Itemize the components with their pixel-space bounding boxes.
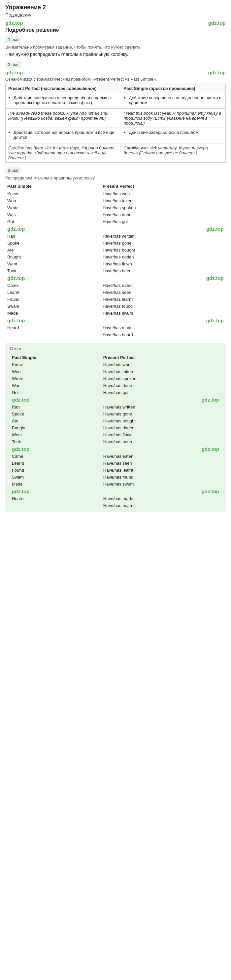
answer-verb-row: SpokeHave/has gone xyxy=(10,410,221,417)
step3-pp-cell: Have/has gone xyxy=(101,240,226,247)
step3-pp-cell: Have/has ridden xyxy=(101,253,226,261)
step3-pp-cell: Have/has done xyxy=(101,211,226,218)
answer-pp-cell: Have/has gone xyxy=(101,410,221,417)
answer-ps-cell: Ate xyxy=(10,417,101,425)
grammar-col1-header: Present Perfect (настоящее совершённое) xyxy=(6,84,121,93)
answer-pp-cell: Have/has been xyxy=(101,438,221,445)
example2-ru: Caroline was sick yesterday. Кэролин вче… xyxy=(121,143,225,162)
step3-ps-cell: Found xyxy=(5,296,101,303)
step3-pp-cell: Have/has been xyxy=(101,267,226,274)
watermark-step2-2: gdz.top xyxy=(208,70,226,75)
answer-ps-cell: Came xyxy=(10,453,101,460)
step3-ps-cell: Got xyxy=(5,218,101,225)
step3-verb-row: GotHave/has got xyxy=(5,218,226,225)
answer-verb-row: WonHave/has taken xyxy=(10,368,221,375)
step3-verb-row: Have/has heard xyxy=(5,331,226,338)
step3-verb-row: TookHave/has been xyxy=(5,267,226,274)
watermark-answer-left: gdz.top xyxy=(12,488,29,494)
answer-verb-table: Past Simple Present Perfect KnewHave/has… xyxy=(10,354,221,509)
answer-ps-cell: Got xyxy=(10,389,101,396)
answer-ps-cell: Took xyxy=(10,438,101,445)
step3-pp-cell: Have/has learnt xyxy=(101,296,226,303)
solution-header: Подробное решение xyxy=(5,27,226,33)
watermark-row-answer: gdz.topgdz.top xyxy=(10,445,221,453)
answer-verb-row: LearntHave/has seen xyxy=(10,460,221,467)
step-1-section: 1 шаг Внимательно прочитаем задание, что… xyxy=(5,37,226,57)
answer-pp-cell: Have/has got xyxy=(101,389,221,396)
exercise-title: Упражнение 2 xyxy=(5,4,226,11)
step3-pp-cell: Have/has won xyxy=(101,190,226,198)
answer-verb-row: WroteHave/has spoken xyxy=(10,375,221,382)
watermark-row-answer: gdz.topgdz.top xyxy=(10,396,221,404)
watermark-verb-right: gdz.top xyxy=(206,275,224,281)
step3-verb-row: WentHave/has flown xyxy=(5,261,226,267)
step3-pp-cell: Have/has seen xyxy=(101,289,226,296)
answer-pp-cell: Have/has learnt xyxy=(101,467,221,474)
step3-verb-row: FoundHave/has learnt xyxy=(5,296,226,303)
grammar-col2-item2: Действие завершилось в прошлом xyxy=(121,128,225,143)
answer-verb-row: WasHave/has done xyxy=(10,382,221,389)
step-1-badge: 1 шаг xyxy=(5,37,21,43)
grammar-col1-item1: Действие совершено в неопределённое врем… xyxy=(6,93,121,109)
step3-pp-cell: Have/has flown xyxy=(101,261,226,267)
step3-verb-row: WasHave/has done xyxy=(5,211,226,218)
answer-ps-cell: Was xyxy=(10,382,101,389)
example1-en: I've already read these books. Я уже про… xyxy=(6,109,121,128)
watermark-verb-right: gdz.top xyxy=(206,226,224,232)
grammar-row-example1: I've already read these books. Я уже про… xyxy=(6,109,226,128)
answer-ps-cell: Swam xyxy=(10,474,101,480)
step3-ps-cell: Spoke xyxy=(5,240,101,247)
answer-verb-row: HeardHave/has made xyxy=(10,495,221,502)
answer-ps-cell: Bought xyxy=(10,425,101,431)
step3-ps-cell: Wrote xyxy=(5,204,101,211)
answer-verb-row: FoundHave/has learnt xyxy=(10,467,221,474)
step3-verb-row: WonHave/has taken xyxy=(5,197,226,204)
step3-ps-cell: Bought xyxy=(5,253,101,261)
watermark-step2-1: gdz.top xyxy=(5,70,23,75)
answer-pp-cell: Have/has won xyxy=(101,361,221,368)
step3-verb-row: MadeHave/has swum xyxy=(5,310,226,317)
answer-ps-cell: Found xyxy=(10,467,101,474)
watermark-verb-left: gdz.top xyxy=(7,226,25,232)
step3-verb-row: KnewHave/has won xyxy=(5,190,226,198)
step3-ps-cell: Heard xyxy=(5,324,101,331)
step-2-instruction: Ознакомимся с грамматическим правилом «P… xyxy=(5,77,226,82)
answer-pp-cell: Have/has taken xyxy=(101,368,221,375)
step3-ps-cell xyxy=(5,331,101,338)
answer-label: Ответ xyxy=(10,346,221,351)
step3-pp-cell: Have/has swum xyxy=(101,310,226,317)
answer-verb-row: MadeHave/has swum xyxy=(10,480,221,487)
grammar-col2-header: Past Simple (простое прошедшее) xyxy=(121,84,225,93)
answer-ps-cell: Ran xyxy=(10,404,101,410)
grammar-row-2: Действие, которое началось в прошлом и в… xyxy=(6,128,226,143)
answer-verb-row: TookHave/has been xyxy=(10,438,221,445)
grammar-col1-item2: Действие, которое началось в прошлом и в… xyxy=(6,128,121,143)
answer-pp-cell: Have/has bought xyxy=(101,417,221,425)
answer-pp-cell: Have/has done xyxy=(101,382,221,389)
watermark-verb-left: gdz.top xyxy=(7,318,25,323)
answer-verb-row: CameHave/has eaten xyxy=(10,453,221,460)
example2-en: Caroline has been sick for three days. К… xyxy=(6,143,121,162)
step3-verb-row: WroteHave/has spoken xyxy=(5,204,226,211)
watermark-row-verb: gdz.topgdz.top xyxy=(5,317,226,324)
step3-verb-row: HeardHave/has made xyxy=(5,324,226,331)
step3-col2-header: Present Perfect xyxy=(101,183,226,190)
watermark-1: gdz.top xyxy=(5,20,23,26)
answer-verb-row: RanHave/has written xyxy=(10,404,221,410)
answer-pp-cell: Have/has seen xyxy=(101,460,221,467)
answer-ps-cell: Heard xyxy=(10,495,101,502)
step3-ps-cell: Went xyxy=(5,261,101,267)
step3-verb-row: SpokeHave/has gone xyxy=(5,240,226,247)
answer-verb-row: GotHave/has got xyxy=(10,389,221,396)
answer-ps-cell: Learnt xyxy=(10,460,101,467)
step3-verb-row: RanHave/has written xyxy=(5,233,226,240)
grammar-table: Present Perfect (настоящее совершённое) … xyxy=(5,84,226,162)
step3-pp-cell: Have/has written xyxy=(101,233,226,240)
watermark-answer-right: gdz.top xyxy=(202,397,219,402)
step3-ps-cell: Ate xyxy=(5,247,101,253)
watermark-row-answer: gdz.topgdz.top xyxy=(10,487,221,495)
step-1-main: Нам нужно распределить глаголы в правиль… xyxy=(5,52,226,57)
step3-ps-cell: Swam xyxy=(5,303,101,310)
step3-pp-cell: Have/has heard xyxy=(101,331,226,338)
watermark-verb-left: gdz.top xyxy=(7,275,25,281)
